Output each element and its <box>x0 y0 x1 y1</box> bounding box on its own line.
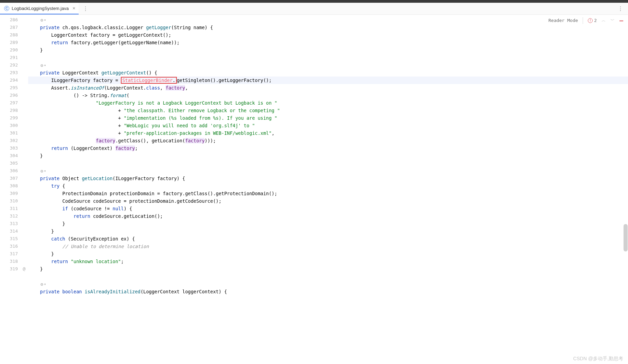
line-number: 287 <box>0 24 28 31</box>
editor-tab-active[interactable]: C LogbackLoggingSystem.java × <box>0 3 79 14</box>
line-number: 303 <box>0 144 28 152</box>
line-number: 317 <box>0 250 28 258</box>
code-line[interactable]: factory.getClass(), getLocation(factory)… <box>28 137 628 144</box>
line-number: 292 <box>0 61 28 69</box>
code-line[interactable]: } <box>28 265 628 273</box>
fold-widget-icon[interactable]: ⚙▾ <box>41 62 46 69</box>
code-line[interactable]: CodeSource codeSource = protectionDomain… <box>28 197 628 205</box>
reader-mode-link[interactable]: Reader Mode <box>548 18 578 23</box>
error-icon: ! <box>588 18 593 23</box>
line-number: 301 <box>0 129 28 137</box>
line-number: 310 <box>0 197 28 205</box>
window-top-bar <box>0 0 628 3</box>
code-line[interactable] <box>28 273 628 280</box>
code-line[interactable]: private Object getLocation(ILoggerFactor… <box>28 175 628 182</box>
code-line[interactable]: } <box>28 227 628 235</box>
line-number: 302 <box>0 137 28 144</box>
line-number: 309 <box>0 190 28 197</box>
line-number: 312 <box>0 212 28 220</box>
code-line[interactable]: return codeSource.getLocation(); <box>28 212 628 220</box>
fold-widget-icon[interactable]: ⚙▾ <box>41 167 46 175</box>
line-number: 316 <box>0 243 28 250</box>
line-number: 315 <box>0 235 28 243</box>
line-number: 300 <box>0 122 28 129</box>
code-line[interactable] <box>28 54 628 61</box>
gutter: 2862872882892902912922932942952962972982… <box>0 15 28 364</box>
line-number: 314 <box>0 227 28 235</box>
line-number: 293 <box>0 69 28 77</box>
line-number: 298 <box>0 107 28 114</box>
code-line[interactable]: } <box>28 46 628 54</box>
close-icon[interactable]: × <box>72 5 75 11</box>
code-editor[interactable]: Reader Mode ! 2 ︿ ﹀ — ⚙▾ private ch.qos.… <box>28 15 628 364</box>
code-line[interactable]: } <box>28 152 628 160</box>
line-number: 297 <box>0 99 28 107</box>
line-number: 299 <box>0 114 28 122</box>
code-line[interactable]: + "the classpath. Either remove Logback … <box>28 107 628 114</box>
divider <box>583 17 583 24</box>
class-icon: C <box>4 6 9 11</box>
line-number: 290 <box>0 46 28 54</box>
code-line[interactable]: LoggerContext factory = getLoggerContext… <box>28 31 628 39</box>
line-number: 313 <box>0 220 28 227</box>
minimize-icon[interactable]: — <box>619 17 623 24</box>
more-actions-icon[interactable]: ⋮ <box>618 5 628 12</box>
line-number: 304 <box>0 152 28 160</box>
code-line[interactable]: private boolean isAlreadyInitialized(Log… <box>28 288 628 295</box>
code-line[interactable]: "LoggerFactory is not a Logback LoggerCo… <box>28 99 628 107</box>
code-line[interactable]: () -> String.format( <box>28 92 628 99</box>
code-line[interactable]: private LoggerContext getLoggerContext()… <box>28 69 628 77</box>
code-line[interactable]: + "prefer-application-packages in WEB-IN… <box>28 129 628 137</box>
scrollbar-thumb[interactable] <box>624 224 628 251</box>
code-line[interactable]: // Unable to determine location <box>28 243 628 250</box>
code-line[interactable]: return "unknown location"; <box>28 258 628 265</box>
line-number: 296 <box>0 92 28 99</box>
line-number: 291 <box>0 54 28 61</box>
line-number: 288 <box>0 31 28 39</box>
error-count-badge[interactable]: ! 2 <box>588 18 597 23</box>
fold-widget-icon[interactable]: ⚙▾ <box>41 281 46 288</box>
line-number: 286 <box>0 16 28 24</box>
code-line[interactable]: ⚙▾ <box>28 16 628 24</box>
code-line[interactable]: ⚙▾ <box>28 61 628 69</box>
code-line[interactable]: ⚙▾ <box>28 167 628 175</box>
line-number: 289 <box>0 39 28 46</box>
code-line[interactable]: ⚙▾ <box>28 280 628 288</box>
scrollbar-track[interactable] <box>623 15 628 364</box>
code-line[interactable]: ILoggerFactory factory = StaticLoggerBin… <box>28 77 628 84</box>
code-line[interactable]: catch (SecurityException ex) { <box>28 235 628 243</box>
editor-toolbar: Reader Mode ! 2 ︿ ﹀ — <box>548 17 623 24</box>
line-number: 319 <box>0 265 28 273</box>
more-tabs-icon[interactable]: ⋮ <box>81 5 90 12</box>
editor-main: 2862872882892902912922932942952962972982… <box>0 15 628 364</box>
code-line[interactable]: if (codeSource != null) { <box>28 205 628 212</box>
line-number: 295 <box>0 84 28 92</box>
line-number: 311 <box>0 205 28 212</box>
watermark: CSDN @多动手,勤思考 <box>573 356 623 362</box>
code-line[interactable]: return (LoggerContext) factory; <box>28 144 628 152</box>
code-line[interactable]: return factory.getLogger(getLoggerName(n… <box>28 39 628 46</box>
code-line[interactable]: } <box>28 220 628 227</box>
line-number: 318 <box>0 258 28 265</box>
code-line[interactable]: } <box>28 250 628 258</box>
line-number: 294 <box>0 77 28 84</box>
code-line[interactable]: + "WebLogic you will need to add 'org.sl… <box>28 122 628 129</box>
code-line[interactable]: try { <box>28 182 628 190</box>
tab-filename: LogbackLoggingSystem.java <box>12 6 69 11</box>
error-count: 2 <box>594 18 597 23</box>
fold-widget-icon[interactable]: ⚙▾ <box>41 16 46 24</box>
code-line[interactable]: Assert.isInstanceOf(LoggerContext.class,… <box>28 84 628 92</box>
code-line[interactable] <box>28 160 628 167</box>
line-number: 306 <box>0 167 28 175</box>
line-number: 305 <box>0 160 28 167</box>
chevron-up-icon[interactable]: ︿ <box>602 17 606 23</box>
line-number: 308 <box>0 182 28 190</box>
code-line[interactable]: private ch.qos.logback.classic.Logger ge… <box>28 24 628 31</box>
code-line[interactable]: + "implementation (%s loaded from %s). I… <box>28 114 628 122</box>
line-number: 307 <box>0 175 28 182</box>
editor-tab-bar: C LogbackLoggingSystem.java × ⋮ ⋮ <box>0 3 628 15</box>
chevron-down-icon[interactable]: ﹀ <box>610 17 615 23</box>
code-line[interactable]: ProtectionDomain protectionDomain = fact… <box>28 190 628 197</box>
